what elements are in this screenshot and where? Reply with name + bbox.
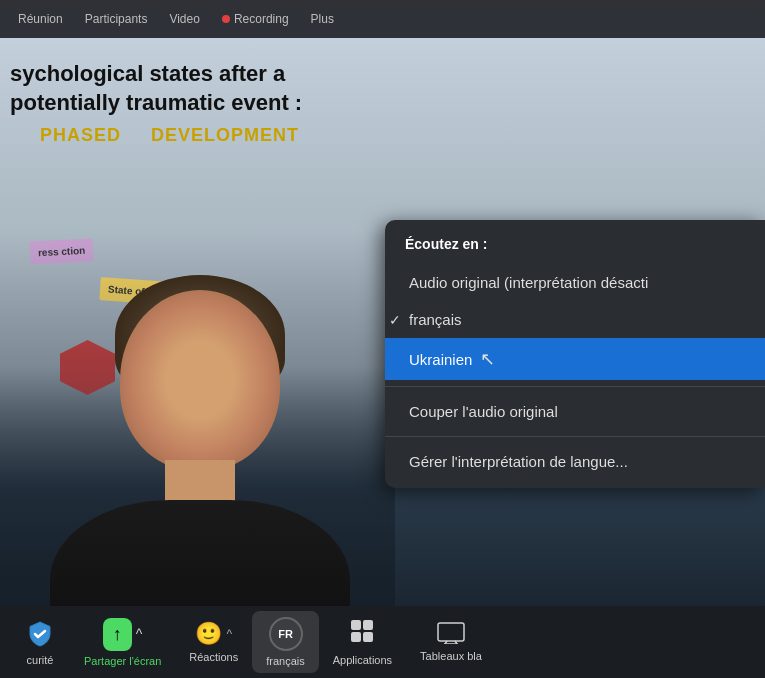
menu-recording[interactable]: Recording — [214, 10, 297, 28]
svg-rect-0 — [351, 620, 361, 630]
shield-icon — [24, 618, 56, 650]
toolbar-applications[interactable]: Applications — [319, 612, 406, 672]
dropdown-header: Écoutez en : — [385, 236, 765, 264]
toolbar-reactions[interactable]: 🙂 ^ Réactions — [175, 615, 252, 669]
share-label: Partager l'écran — [84, 655, 161, 667]
applications-icon — [349, 618, 375, 650]
dropdown-item-original[interactable]: Audio original (interprétation désacti — [385, 264, 765, 301]
dropdown-item-ukrainien[interactable]: Ukrainien ↖ — [385, 338, 765, 380]
toolbar-share[interactable]: ↑ ^ Partager l'écran — [70, 612, 175, 673]
lang-label: français — [266, 655, 305, 667]
slide-content: sychological states after a potentially … — [0, 60, 385, 146]
toolbar: curité ↑ ^ Partager l'écran 🙂 ^ Réaction… — [0, 606, 765, 678]
tableaux-label: Tableaux bla — [420, 650, 482, 662]
top-bar: Réunion Participants Video Recording Plu… — [0, 0, 765, 38]
svg-rect-4 — [438, 623, 464, 641]
share-button[interactable]: ↑ — [103, 618, 132, 651]
slide-title: sychological states after a potentially … — [0, 60, 385, 117]
toolbar-tableaux[interactable]: Tableaux bla — [406, 616, 496, 668]
lang-badge: FR — [269, 617, 303, 651]
svg-rect-1 — [363, 620, 373, 630]
slide-subtitle: Phased Development — [0, 125, 385, 146]
dropdown-item-gerer[interactable]: Gérer l'interprétation de langue... — [385, 443, 765, 480]
security-label: curité — [27, 654, 54, 666]
dropdown-item-couper[interactable]: Couper l'audio original — [385, 393, 765, 430]
share-row: ↑ ^ — [103, 618, 143, 651]
recording-dot — [222, 15, 230, 23]
dropdown-divider-1 — [385, 386, 765, 387]
applications-label: Applications — [333, 654, 392, 666]
share-chevron-icon[interactable]: ^ — [136, 626, 143, 642]
item-label-francais: français — [405, 311, 462, 328]
menu-reunion[interactable]: Réunion — [10, 10, 71, 28]
language-dropdown: Écoutez en : Audio original (interprétat… — [385, 220, 765, 488]
item-label-ukrainien: Ukrainien — [405, 351, 472, 368]
reactions-emoji-icon: 🙂 — [195, 621, 222, 647]
menu-video[interactable]: Video — [161, 10, 207, 28]
reactions-chevron-icon[interactable]: ^ — [226, 627, 232, 641]
toolbar-language[interactable]: FR français — [252, 611, 319, 673]
share-up-icon: ↑ — [113, 624, 122, 645]
item-label-couper: Couper l'audio original — [405, 403, 558, 420]
dropdown-divider-2 — [385, 436, 765, 437]
tableaux-icon — [437, 622, 465, 646]
lang-code: FR — [278, 628, 293, 640]
dropdown-item-francais[interactable]: ✓ français — [385, 301, 765, 338]
reactions-row: 🙂 ^ — [195, 621, 232, 647]
svg-rect-3 — [363, 632, 373, 642]
menu-participants[interactable]: Participants — [77, 10, 156, 28]
person-body — [50, 500, 350, 610]
item-label-gerer: Gérer l'interprétation de langue... — [405, 453, 628, 470]
reactions-label: Réactions — [189, 651, 238, 663]
checkmark-francais: ✓ — [385, 312, 405, 328]
item-label-original: Audio original (interprétation désacti — [405, 274, 648, 291]
person-head — [120, 290, 280, 470]
toolbar-security[interactable]: curité — [10, 612, 70, 672]
cursor-icon: ↖ — [480, 348, 495, 370]
menu-plus[interactable]: Plus — [303, 10, 342, 28]
person-area — [0, 230, 395, 610]
svg-rect-2 — [351, 632, 361, 642]
